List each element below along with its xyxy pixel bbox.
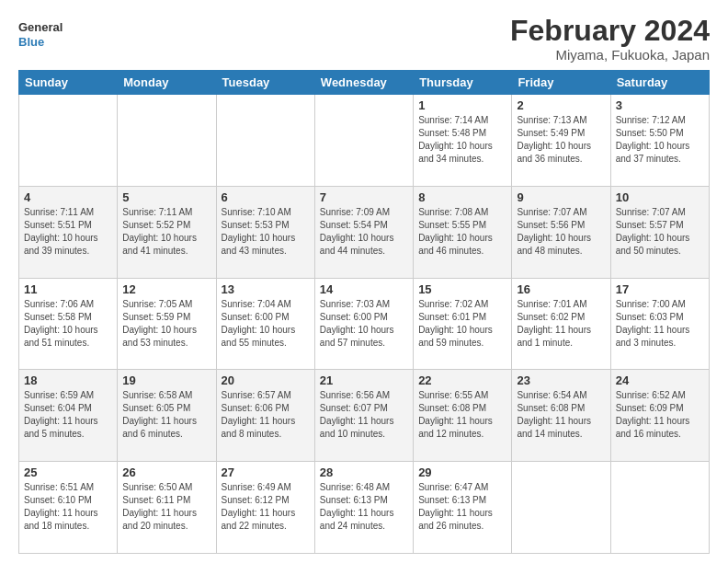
day-info: Sunrise: 7:09 AMSunset: 5:54 PMDaylight:…	[320, 206, 408, 258]
day-number: 11	[24, 282, 112, 296]
day-info: Sunrise: 7:05 AMSunset: 5:59 PMDaylight:…	[122, 298, 210, 350]
calendar-cell: 9Sunrise: 7:07 AMSunset: 5:56 PMDaylight…	[512, 186, 610, 278]
day-number: 14	[320, 282, 408, 296]
calendar-week-row: 18Sunrise: 6:59 AMSunset: 6:04 PMDayligh…	[19, 370, 710, 462]
day-number: 9	[517, 190, 605, 204]
day-info: Sunrise: 6:49 AMSunset: 6:12 PMDaylight:…	[222, 481, 310, 533]
day-number: 15	[418, 282, 506, 296]
day-number: 20	[222, 373, 310, 387]
day-info: Sunrise: 6:48 AMSunset: 6:13 PMDaylight:…	[320, 481, 408, 533]
day-info: Sunrise: 7:13 AMSunset: 5:49 PMDaylight:…	[517, 114, 605, 166]
day-info: Sunrise: 7:02 AMSunset: 6:01 PMDaylight:…	[418, 298, 506, 350]
calendar-cell: 26Sunrise: 6:50 AMSunset: 6:11 PMDayligh…	[118, 462, 216, 554]
calendar-cell	[610, 462, 709, 554]
svg-text:Blue: Blue	[18, 35, 44, 49]
day-number: 10	[616, 190, 704, 204]
day-number: 25	[24, 465, 112, 479]
day-number: 1	[418, 98, 506, 112]
day-info: Sunrise: 7:11 AMSunset: 5:51 PMDaylight:…	[24, 206, 112, 258]
calendar-cell	[314, 95, 413, 187]
day-number: 27	[222, 465, 310, 479]
calendar-cell: 27Sunrise: 6:49 AMSunset: 6:12 PMDayligh…	[216, 462, 314, 554]
weekday-header-row: SundayMondayTuesdayWednesdayThursdayFrid…	[19, 71, 710, 95]
day-info: Sunrise: 7:11 AMSunset: 5:52 PMDaylight:…	[122, 206, 210, 258]
day-info: Sunrise: 6:59 AMSunset: 6:04 PMDaylight:…	[24, 389, 112, 441]
day-info: Sunrise: 6:58 AMSunset: 6:05 PMDaylight:…	[122, 389, 210, 441]
day-info: Sunrise: 7:04 AMSunset: 6:00 PMDaylight:…	[222, 298, 310, 350]
calendar-cell: 17Sunrise: 7:00 AMSunset: 6:03 PMDayligh…	[610, 278, 709, 370]
calendar-week-row: 11Sunrise: 7:06 AMSunset: 5:58 PMDayligh…	[19, 278, 710, 370]
calendar-table: SundayMondayTuesdayWednesdayThursdayFrid…	[18, 70, 710, 554]
main-title: February 2024	[510, 15, 710, 47]
header: General Blue February 2024 Miyama, Fukuo…	[18, 15, 710, 63]
day-info: Sunrise: 7:10 AMSunset: 5:53 PMDaylight:…	[222, 206, 310, 258]
calendar-cell: 20Sunrise: 6:57 AMSunset: 6:06 PMDayligh…	[216, 370, 314, 462]
day-number: 8	[418, 190, 506, 204]
day-number: 24	[616, 373, 704, 387]
day-number: 6	[222, 190, 310, 204]
weekday-header: Wednesday	[314, 71, 413, 95]
calendar-cell: 8Sunrise: 7:08 AMSunset: 5:55 PMDaylight…	[414, 186, 512, 278]
calendar-cell: 3Sunrise: 7:12 AMSunset: 5:50 PMDaylight…	[610, 95, 709, 187]
day-info: Sunrise: 6:52 AMSunset: 6:09 PMDaylight:…	[616, 389, 704, 441]
svg-text:General: General	[18, 20, 63, 34]
weekday-header: Sunday	[19, 71, 118, 95]
calendar-cell: 16Sunrise: 7:01 AMSunset: 6:02 PMDayligh…	[512, 278, 610, 370]
calendar-cell: 6Sunrise: 7:10 AMSunset: 5:53 PMDaylight…	[216, 186, 314, 278]
calendar-cell	[512, 462, 610, 554]
day-number: 3	[616, 98, 704, 112]
day-number: 19	[122, 373, 210, 387]
day-info: Sunrise: 7:12 AMSunset: 5:50 PMDaylight:…	[616, 114, 704, 166]
calendar-cell: 7Sunrise: 7:09 AMSunset: 5:54 PMDaylight…	[314, 186, 413, 278]
calendar-cell: 18Sunrise: 6:59 AMSunset: 6:04 PMDayligh…	[19, 370, 118, 462]
calendar-cell: 22Sunrise: 6:55 AMSunset: 6:08 PMDayligh…	[414, 370, 512, 462]
day-number: 17	[616, 282, 704, 296]
calendar-cell: 5Sunrise: 7:11 AMSunset: 5:52 PMDaylight…	[118, 186, 216, 278]
calendar-cell	[216, 95, 314, 187]
weekday-header: Tuesday	[216, 71, 314, 95]
day-number: 5	[122, 190, 210, 204]
day-info: Sunrise: 6:50 AMSunset: 6:11 PMDaylight:…	[122, 481, 210, 533]
day-info: Sunrise: 7:03 AMSunset: 6:00 PMDaylight:…	[320, 298, 408, 350]
day-info: Sunrise: 6:56 AMSunset: 6:07 PMDaylight:…	[320, 389, 408, 441]
calendar-cell: 23Sunrise: 6:54 AMSunset: 6:08 PMDayligh…	[512, 370, 610, 462]
day-info: Sunrise: 7:06 AMSunset: 5:58 PMDaylight:…	[24, 298, 112, 350]
day-info: Sunrise: 7:07 AMSunset: 5:56 PMDaylight:…	[517, 206, 605, 258]
calendar-cell: 10Sunrise: 7:07 AMSunset: 5:57 PMDayligh…	[610, 186, 709, 278]
day-info: Sunrise: 6:47 AMSunset: 6:13 PMDaylight:…	[418, 481, 506, 533]
calendar-cell: 15Sunrise: 7:02 AMSunset: 6:01 PMDayligh…	[414, 278, 512, 370]
day-info: Sunrise: 7:07 AMSunset: 5:57 PMDaylight:…	[616, 206, 704, 258]
calendar-cell: 19Sunrise: 6:58 AMSunset: 6:05 PMDayligh…	[118, 370, 216, 462]
subtitle: Miyama, Fukuoka, Japan	[510, 47, 710, 63]
title-block: February 2024 Miyama, Fukuoka, Japan	[510, 15, 710, 63]
day-info: Sunrise: 6:55 AMSunset: 6:08 PMDaylight:…	[418, 389, 506, 441]
calendar-cell: 4Sunrise: 7:11 AMSunset: 5:51 PMDaylight…	[19, 186, 118, 278]
day-info: Sunrise: 6:51 AMSunset: 6:10 PMDaylight:…	[24, 481, 112, 533]
day-number: 2	[517, 98, 605, 112]
day-number: 7	[320, 190, 408, 204]
day-number: 21	[320, 373, 408, 387]
calendar-week-row: 4Sunrise: 7:11 AMSunset: 5:51 PMDaylight…	[19, 186, 710, 278]
calendar-week-row: 1Sunrise: 7:14 AMSunset: 5:48 PMDaylight…	[19, 95, 710, 187]
weekday-header: Saturday	[610, 71, 709, 95]
calendar-cell: 14Sunrise: 7:03 AMSunset: 6:00 PMDayligh…	[314, 278, 413, 370]
calendar-cell: 12Sunrise: 7:05 AMSunset: 5:59 PMDayligh…	[118, 278, 216, 370]
day-info: Sunrise: 7:08 AMSunset: 5:55 PMDaylight:…	[418, 206, 506, 258]
page: General Blue February 2024 Miyama, Fukuo…	[0, 0, 728, 563]
calendar-cell	[19, 95, 118, 187]
day-number: 18	[24, 373, 112, 387]
calendar-cell: 24Sunrise: 6:52 AMSunset: 6:09 PMDayligh…	[610, 370, 709, 462]
day-number: 29	[418, 465, 506, 479]
day-info: Sunrise: 7:01 AMSunset: 6:02 PMDaylight:…	[517, 298, 605, 350]
calendar-week-row: 25Sunrise: 6:51 AMSunset: 6:10 PMDayligh…	[19, 462, 710, 554]
day-number: 4	[24, 190, 112, 204]
day-info: Sunrise: 6:57 AMSunset: 6:06 PMDaylight:…	[222, 389, 310, 441]
day-info: Sunrise: 7:14 AMSunset: 5:48 PMDaylight:…	[418, 114, 506, 166]
day-number: 22	[418, 373, 506, 387]
calendar-cell: 25Sunrise: 6:51 AMSunset: 6:10 PMDayligh…	[19, 462, 118, 554]
day-number: 26	[122, 465, 210, 479]
day-info: Sunrise: 6:54 AMSunset: 6:08 PMDaylight:…	[517, 389, 605, 441]
calendar-cell: 21Sunrise: 6:56 AMSunset: 6:07 PMDayligh…	[314, 370, 413, 462]
day-info: Sunrise: 7:00 AMSunset: 6:03 PMDaylight:…	[616, 298, 704, 350]
day-number: 28	[320, 465, 408, 479]
